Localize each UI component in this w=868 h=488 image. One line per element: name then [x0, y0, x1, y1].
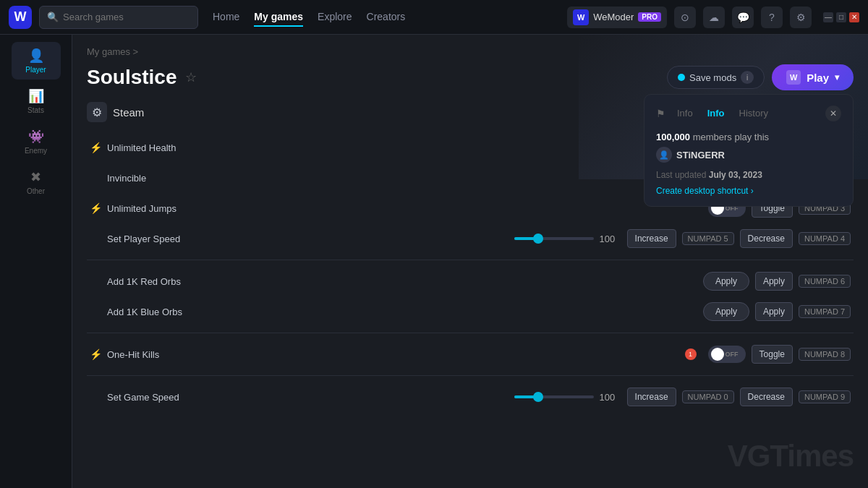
desktop-shortcut-link[interactable]: Create desktop shortcut ›	[656, 186, 841, 196]
game-speed-slider-knob[interactable]	[533, 392, 543, 402]
flag-icon: ⚑	[656, 108, 665, 119]
one-hit-notif-badge: 1	[685, 348, 697, 360]
tab-info-active[interactable]: Info	[700, 105, 732, 121]
bolt-spacer-blue: ⚡	[90, 306, 101, 317]
sidebar-label-enemy: Enemy	[25, 147, 47, 155]
nav-home[interactable]: Home	[213, 8, 239, 27]
steam-icon: ⚙	[87, 102, 107, 122]
player-speed-slider-knob[interactable]	[533, 234, 543, 244]
play-label: Play	[807, 72, 829, 84]
apply-action-red-orbs[interactable]: Apply	[755, 272, 793, 291]
save-mods-info-icon: i	[741, 71, 754, 84]
toggle-action-one-hit[interactable]: Toggle	[752, 345, 793, 364]
user-name: WeModer	[593, 12, 634, 22]
minimize-btn[interactable]: —	[823, 12, 833, 22]
pro-badge: PRO	[638, 12, 661, 22]
player-icon: 👤	[28, 48, 44, 64]
toggle-one-hit-kills[interactable]: OFF	[708, 346, 746, 363]
play-logo-icon: W	[786, 70, 801, 85]
breadcrumb-my-games[interactable]: My games >	[87, 46, 138, 57]
close-btn[interactable]: ✕	[849, 12, 859, 22]
cloud-icon-btn[interactable]: ☁	[703, 7, 725, 28]
divider-2	[87, 333, 854, 333]
nav-creators[interactable]: Creators	[367, 8, 406, 27]
sidebar-item-player[interactable]: 👤 Player	[12, 42, 61, 80]
increase-player-speed[interactable]: Increase	[627, 229, 676, 248]
keybind-speed-inc: NUMPAD 5	[682, 232, 734, 245]
mod-row-one-hit-kills: ⚡ One-Hit Kills 1 OFF Toggle NUMPAD 8	[87, 339, 854, 369]
sidebar-label-stats: Stats	[27, 106, 44, 114]
nav-explore[interactable]: Explore	[318, 8, 352, 27]
dot-icon	[678, 74, 685, 81]
apply-action-blue-orbs[interactable]: Apply	[755, 302, 793, 321]
favorite-star-icon[interactable]: ☆	[185, 69, 197, 85]
game-speed-value: 100	[600, 392, 621, 403]
mod-name-invincible: Invincible	[107, 173, 702, 184]
user-badge[interactable]: W WeModer PRO	[567, 7, 667, 28]
apply-btn-blue-orbs[interactable]: Apply	[703, 302, 749, 321]
search-input[interactable]	[63, 12, 190, 22]
sidebar-item-stats[interactable]: 📊 Stats	[12, 82, 61, 120]
player-speed-value: 100	[600, 234, 621, 244]
discord-icon-btn[interactable]: 💬	[732, 7, 754, 28]
divider-1	[87, 260, 854, 260]
help-icon-btn[interactable]: ?	[761, 7, 783, 28]
increase-game-speed[interactable]: Increase	[627, 388, 676, 406]
enemy-mods-group: ⚡ One-Hit Kills 1 OFF Toggle NUMPAD 8	[87, 339, 854, 369]
keybind-red-orbs: NUMPAD 6	[799, 275, 851, 288]
sidebar-item-other[interactable]: ✖ Other	[12, 163, 61, 201]
stats-mods-group: ⚡ Add 1K Red Orbs Apply Apply NUMPAD 6 ⚡…	[87, 266, 854, 327]
keybind-speed-dec: NUMPAD 4	[799, 232, 851, 245]
decrease-player-speed[interactable]: Decrease	[740, 229, 793, 248]
members-count: 100,000	[656, 132, 690, 142]
info-panel-tabs: ⚑ Info Info History ✕	[656, 105, 841, 121]
game-speed-slider-track[interactable]	[514, 395, 594, 398]
desktop-link-text: Create desktop shortcut ›	[656, 186, 754, 196]
decrease-game-speed[interactable]: Decrease	[740, 388, 793, 406]
tab-info[interactable]: Info	[670, 105, 700, 121]
stats-icon: 📊	[28, 88, 44, 104]
sidebar-item-enemy[interactable]: 👾 Enemy	[12, 123, 61, 160]
apply-btn-red-orbs[interactable]: Apply	[703, 272, 749, 291]
search-icon: 🔍	[47, 12, 59, 22]
divider-3	[87, 375, 854, 376]
bolt-icon-jumps: ⚡	[90, 202, 101, 214]
main-nav: Home My games Explore Creators	[213, 8, 405, 27]
chevron-down-icon: ▾	[835, 72, 839, 82]
bolt-spacer-invincible: ⚡	[90, 172, 101, 184]
bolt-spacer-speed: ⚡	[90, 233, 101, 244]
members-line: 100,000 members play this	[656, 132, 841, 142]
player-speed-slider-track[interactable]	[514, 237, 594, 240]
save-mods-label: Save mods	[689, 72, 736, 83]
tab-history[interactable]: History	[732, 105, 775, 121]
keybind-gspeed-dec: NUMPAD 9	[799, 390, 851, 403]
other-icon: ✖	[30, 169, 41, 185]
search-box[interactable]: 🔍	[39, 6, 198, 29]
sidebar: 👤 Player 📊 Stats 👾 Enemy ✖ Other	[0, 35, 72, 488]
sidebar-label-player: Player	[25, 66, 46, 74]
settings-icon-btn[interactable]: ⚙	[790, 7, 812, 28]
game-header: Soulstice ☆ Save mods i W Play ▾	[87, 64, 854, 90]
play-button[interactable]: W Play ▾	[772, 64, 854, 90]
save-mods-button[interactable]: Save mods i	[667, 66, 765, 89]
breadcrumb: My games >	[87, 46, 854, 57]
stinger-username: STiNGERR	[676, 150, 725, 160]
mod-name-one-hit-kills: One-Hit Kills	[107, 349, 676, 360]
mod-row-game-speed: ⚡ Set Game Speed 100 Increase NUMPAD 0 D…	[87, 382, 854, 412]
topnav: W 🔍 Home My games Explore Creators W WeM…	[0, 0, 868, 35]
header-actions: Save mods i W Play ▾	[667, 64, 854, 90]
mod-name-player-speed: Set Player Speed	[107, 234, 509, 244]
app-logo[interactable]: W	[9, 6, 32, 29]
copy-icon-btn[interactable]: ⊙	[674, 7, 696, 28]
window-controls: — □ ✕	[823, 12, 859, 22]
updated-line: Last updated July 03, 2023	[656, 170, 841, 180]
nav-my-games[interactable]: My games	[254, 8, 303, 27]
mod-row-player-speed: ⚡ Set Player Speed 100 Increase NUMPAD 5…	[87, 223, 854, 254]
maximize-btn[interactable]: □	[836, 12, 846, 22]
user-logo: W	[573, 9, 589, 25]
bolt-icon-one-hit: ⚡	[90, 348, 101, 360]
info-panel: ⚑ Info Info History ✕ 100,000 members pl…	[644, 94, 854, 207]
mod-row-red-orbs: ⚡ Add 1K Red Orbs Apply Apply NUMPAD 6	[87, 266, 854, 296]
game-speed-slider-container: 100	[514, 392, 621, 403]
close-panel-button[interactable]: ✕	[825, 106, 841, 121]
